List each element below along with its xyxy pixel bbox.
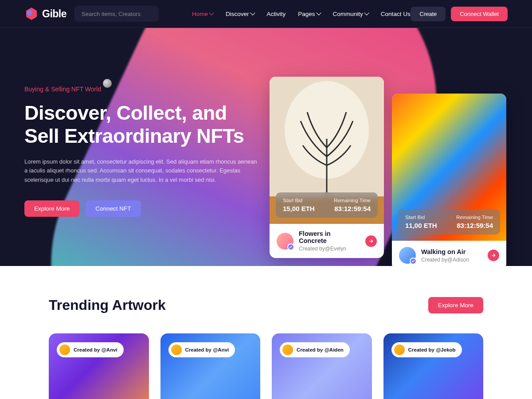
trending-title: Trending Artwork (49, 297, 166, 313)
chevron-down-icon (250, 10, 255, 15)
hero-description: Lorem ipsum dolor sit amet, consectetur … (24, 157, 259, 185)
trend-creator-pill: Created by @Jekob (391, 342, 462, 357)
hero-eyebrow: Buying & Selling NFT World (24, 86, 259, 93)
nft-image: Start Bid 15,00 ETH Remaining Time 83:12… (270, 77, 384, 224)
nav-contact[interactable]: Contact Us (381, 11, 411, 17)
logo-icon (24, 7, 39, 21)
chevron-down-icon (364, 10, 369, 15)
remaining-time-label: Remaining Time (334, 198, 371, 203)
avatar (59, 344, 70, 355)
trend-creator-pill: Created by @Anvi (57, 342, 124, 357)
hero-content: Buying & Selling NFT World Discover, Col… (24, 28, 259, 217)
trending-header: Trending Artwork Explore More (49, 297, 483, 313)
search-box[interactable] (74, 6, 159, 22)
start-bid-label: Start Bid (405, 215, 437, 220)
connect-wallet-button[interactable]: Connect Wallet (451, 7, 508, 21)
create-button[interactable]: Create (411, 7, 446, 21)
header: Gible Home Discover Activity Pages Commu… (0, 0, 532, 28)
bid-box: Start Bid 11,00 ETH Remaining Time 83:12… (398, 209, 500, 235)
chevron-down-icon (209, 10, 214, 15)
nft-creator: Created by@Adison (421, 257, 482, 263)
nav-discover[interactable]: Discover (226, 11, 254, 17)
trend-creator-pill: Created by @Aiden (280, 342, 350, 357)
nft-footer: Walking on Air Created by@Adison (392, 241, 506, 266)
trending-explore-button[interactable]: Explore More (428, 297, 483, 313)
trend-creator-text: Created by @Anvi (74, 347, 117, 352)
arrow-button[interactable] (488, 250, 499, 261)
bid-value: 15,00 ETH (283, 205, 315, 212)
chevron-down-icon (316, 10, 321, 15)
search-input[interactable] (82, 11, 156, 17)
nft-image: Start Bid 11,00 ETH Remaining Time 83:12… (392, 94, 506, 241)
remaining-time-label: Remaining Time (456, 215, 493, 220)
nft-card[interactable]: Start Bid 11,00 ETH Remaining Time 83:12… (392, 94, 506, 266)
trending-grid: Created by @Anvi Created by @Anvi Create… (49, 333, 483, 399)
trend-card[interactable]: Created by @Jekob (383, 333, 484, 399)
svg-point-0 (27, 10, 32, 16)
nav-home[interactable]: Home (192, 11, 213, 17)
avatar (171, 344, 182, 355)
arrow-right-icon (491, 253, 496, 258)
logo[interactable]: Gible (24, 7, 66, 21)
nav-community[interactable]: Community (333, 11, 368, 17)
hero: Buying & Selling NFT World Discover, Col… (0, 28, 532, 266)
trend-creator-pill: Created by @Anvi (168, 342, 235, 357)
trend-card[interactable]: Created by @Aiden (272, 333, 372, 399)
avatar (282, 344, 293, 355)
trend-card[interactable]: Created by @Anvi (160, 333, 261, 399)
trend-card[interactable]: Created by @Anvi (49, 333, 149, 399)
nft-title: Walking on Air (421, 248, 482, 255)
nft-title: Flowers in Concrete (299, 230, 360, 244)
trend-creator-text: Created by @Aiden (297, 347, 344, 352)
arrow-button[interactable] (365, 235, 377, 247)
nft-footer: Flowers in Concrete Created by@Evelyn (270, 224, 384, 258)
verified-badge-icon (410, 258, 417, 265)
bid-box: Start Bid 15,00 ETH Remaining Time 83:12… (276, 192, 378, 218)
trend-creator-text: Created by @Anvi (185, 347, 229, 352)
explore-more-button[interactable]: Explore More (24, 200, 79, 217)
verified-badge-icon (287, 243, 294, 250)
remaining-time-value: 83:12:59:54 (456, 222, 493, 229)
hero-title: Discover, Collect, and Sell Extraordinar… (24, 102, 259, 148)
trending-section: Trending Artwork Explore More Created by… (0, 266, 532, 399)
start-bid-label: Start Bid (283, 198, 315, 203)
bid-value: 11,00 ETH (405, 222, 437, 229)
nav-pages[interactable]: Pages (298, 11, 320, 17)
nft-creator: Created by@Evelyn (299, 246, 360, 252)
nft-card[interactable]: Start Bid 15,00 ETH Remaining Time 83:12… (270, 77, 384, 258)
hero-buttons: Explore More Connect NFT (24, 200, 259, 217)
arrow-right-icon (368, 239, 374, 244)
hero-cards: Start Bid 15,00 ETH Remaining Time 83:12… (270, 77, 506, 266)
nav-activity[interactable]: Activity (267, 11, 286, 17)
connect-nft-button[interactable]: Connect NFT (86, 200, 141, 217)
nav: Home Discover Activity Pages Community C… (192, 11, 411, 17)
trend-creator-text: Created by @Jekob (408, 347, 456, 352)
logo-text: Gible (42, 8, 66, 20)
avatar (399, 247, 416, 264)
remaining-time-value: 83:12:59:54 (334, 205, 371, 212)
header-actions: Create Connect Wallet (411, 7, 508, 21)
avatar (277, 233, 293, 250)
avatar (394, 344, 405, 355)
